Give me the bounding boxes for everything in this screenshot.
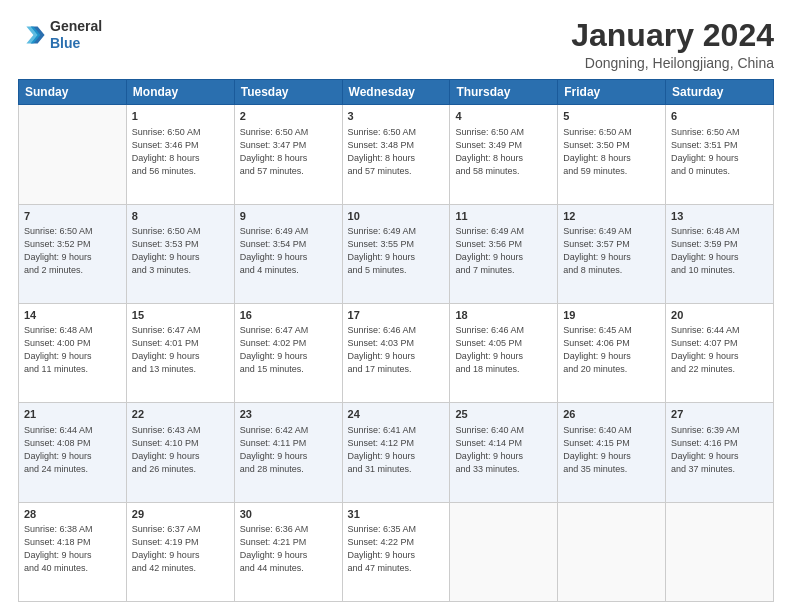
calendar-cell: 2Sunrise: 6:50 AM Sunset: 3:47 PM Daylig… — [234, 105, 342, 204]
day-number: 9 — [240, 209, 337, 224]
day-number: 13 — [671, 209, 768, 224]
location: Dongning, Heilongjiang, China — [571, 55, 774, 71]
day-number: 18 — [455, 308, 552, 323]
calendar-cell: 27Sunrise: 6:39 AM Sunset: 4:16 PM Dayli… — [666, 403, 774, 502]
day-info: Sunrise: 6:50 AM Sunset: 3:53 PM Dayligh… — [132, 225, 229, 277]
day-info: Sunrise: 6:47 AM Sunset: 4:02 PM Dayligh… — [240, 324, 337, 376]
logo-text: General Blue — [50, 18, 102, 52]
day-info: Sunrise: 6:40 AM Sunset: 4:15 PM Dayligh… — [563, 424, 660, 476]
calendar-table: SundayMondayTuesdayWednesdayThursdayFrid… — [18, 79, 774, 602]
day-info: Sunrise: 6:50 AM Sunset: 3:46 PM Dayligh… — [132, 126, 229, 178]
day-number: 3 — [348, 109, 445, 124]
calendar-cell: 13Sunrise: 6:48 AM Sunset: 3:59 PM Dayli… — [666, 204, 774, 303]
day-number: 8 — [132, 209, 229, 224]
day-info: Sunrise: 6:44 AM Sunset: 4:07 PM Dayligh… — [671, 324, 768, 376]
day-info: Sunrise: 6:37 AM Sunset: 4:19 PM Dayligh… — [132, 523, 229, 575]
day-info: Sunrise: 6:50 AM Sunset: 3:49 PM Dayligh… — [455, 126, 552, 178]
week-row-2: 7Sunrise: 6:50 AM Sunset: 3:52 PM Daylig… — [19, 204, 774, 303]
day-number: 30 — [240, 507, 337, 522]
day-info: Sunrise: 6:48 AM Sunset: 3:59 PM Dayligh… — [671, 225, 768, 277]
day-info: Sunrise: 6:50 AM Sunset: 3:52 PM Dayligh… — [24, 225, 121, 277]
calendar-cell — [19, 105, 127, 204]
logo-icon — [18, 21, 46, 49]
day-number: 24 — [348, 407, 445, 422]
calendar-cell: 6Sunrise: 6:50 AM Sunset: 3:51 PM Daylig… — [666, 105, 774, 204]
calendar-cell: 24Sunrise: 6:41 AM Sunset: 4:12 PM Dayli… — [342, 403, 450, 502]
week-row-5: 28Sunrise: 6:38 AM Sunset: 4:18 PM Dayli… — [19, 502, 774, 601]
day-number: 5 — [563, 109, 660, 124]
day-number: 6 — [671, 109, 768, 124]
weekday-header-tuesday: Tuesday — [234, 80, 342, 105]
day-number: 23 — [240, 407, 337, 422]
calendar-cell: 14Sunrise: 6:48 AM Sunset: 4:00 PM Dayli… — [19, 303, 127, 402]
day-info: Sunrise: 6:49 AM Sunset: 3:56 PM Dayligh… — [455, 225, 552, 277]
calendar-body: 1Sunrise: 6:50 AM Sunset: 3:46 PM Daylig… — [19, 105, 774, 602]
day-number: 12 — [563, 209, 660, 224]
day-number: 21 — [24, 407, 121, 422]
calendar-cell — [450, 502, 558, 601]
day-info: Sunrise: 6:46 AM Sunset: 4:05 PM Dayligh… — [455, 324, 552, 376]
calendar-cell: 15Sunrise: 6:47 AM Sunset: 4:01 PM Dayli… — [126, 303, 234, 402]
day-info: Sunrise: 6:38 AM Sunset: 4:18 PM Dayligh… — [24, 523, 121, 575]
day-info: Sunrise: 6:50 AM Sunset: 3:51 PM Dayligh… — [671, 126, 768, 178]
calendar-header: SundayMondayTuesdayWednesdayThursdayFrid… — [19, 80, 774, 105]
calendar-cell: 16Sunrise: 6:47 AM Sunset: 4:02 PM Dayli… — [234, 303, 342, 402]
title-block: January 2024 Dongning, Heilongjiang, Chi… — [571, 18, 774, 71]
day-info: Sunrise: 6:50 AM Sunset: 3:48 PM Dayligh… — [348, 126, 445, 178]
day-number: 1 — [132, 109, 229, 124]
day-number: 28 — [24, 507, 121, 522]
day-info: Sunrise: 6:42 AM Sunset: 4:11 PM Dayligh… — [240, 424, 337, 476]
calendar-cell: 23Sunrise: 6:42 AM Sunset: 4:11 PM Dayli… — [234, 403, 342, 502]
calendar-cell: 8Sunrise: 6:50 AM Sunset: 3:53 PM Daylig… — [126, 204, 234, 303]
calendar-cell: 12Sunrise: 6:49 AM Sunset: 3:57 PM Dayli… — [558, 204, 666, 303]
page: General Blue January 2024 Dongning, Heil… — [0, 0, 792, 612]
calendar-cell: 9Sunrise: 6:49 AM Sunset: 3:54 PM Daylig… — [234, 204, 342, 303]
day-number: 22 — [132, 407, 229, 422]
day-number: 26 — [563, 407, 660, 422]
calendar-cell: 25Sunrise: 6:40 AM Sunset: 4:14 PM Dayli… — [450, 403, 558, 502]
day-info: Sunrise: 6:46 AM Sunset: 4:03 PM Dayligh… — [348, 324, 445, 376]
day-info: Sunrise: 6:44 AM Sunset: 4:08 PM Dayligh… — [24, 424, 121, 476]
calendar-cell: 30Sunrise: 6:36 AM Sunset: 4:21 PM Dayli… — [234, 502, 342, 601]
day-info: Sunrise: 6:50 AM Sunset: 3:50 PM Dayligh… — [563, 126, 660, 178]
day-info: Sunrise: 6:50 AM Sunset: 3:47 PM Dayligh… — [240, 126, 337, 178]
day-number: 19 — [563, 308, 660, 323]
header: General Blue January 2024 Dongning, Heil… — [18, 18, 774, 71]
calendar-cell: 11Sunrise: 6:49 AM Sunset: 3:56 PM Dayli… — [450, 204, 558, 303]
day-info: Sunrise: 6:45 AM Sunset: 4:06 PM Dayligh… — [563, 324, 660, 376]
day-number: 20 — [671, 308, 768, 323]
month-title: January 2024 — [571, 18, 774, 53]
calendar-cell: 1Sunrise: 6:50 AM Sunset: 3:46 PM Daylig… — [126, 105, 234, 204]
calendar-cell: 20Sunrise: 6:44 AM Sunset: 4:07 PM Dayli… — [666, 303, 774, 402]
calendar-cell: 28Sunrise: 6:38 AM Sunset: 4:18 PM Dayli… — [19, 502, 127, 601]
calendar-cell: 4Sunrise: 6:50 AM Sunset: 3:49 PM Daylig… — [450, 105, 558, 204]
logo-blue: Blue — [50, 35, 102, 52]
calendar-cell: 21Sunrise: 6:44 AM Sunset: 4:08 PM Dayli… — [19, 403, 127, 502]
calendar-cell: 18Sunrise: 6:46 AM Sunset: 4:05 PM Dayli… — [450, 303, 558, 402]
calendar-cell: 17Sunrise: 6:46 AM Sunset: 4:03 PM Dayli… — [342, 303, 450, 402]
day-info: Sunrise: 6:36 AM Sunset: 4:21 PM Dayligh… — [240, 523, 337, 575]
weekday-header-saturday: Saturday — [666, 80, 774, 105]
logo: General Blue — [18, 18, 102, 52]
weekday-header-monday: Monday — [126, 80, 234, 105]
weekday-row: SundayMondayTuesdayWednesdayThursdayFrid… — [19, 80, 774, 105]
day-number: 17 — [348, 308, 445, 323]
calendar-cell: 26Sunrise: 6:40 AM Sunset: 4:15 PM Dayli… — [558, 403, 666, 502]
day-number: 2 — [240, 109, 337, 124]
day-number: 10 — [348, 209, 445, 224]
calendar-cell — [666, 502, 774, 601]
calendar-cell: 3Sunrise: 6:50 AM Sunset: 3:48 PM Daylig… — [342, 105, 450, 204]
day-number: 7 — [24, 209, 121, 224]
calendar-cell: 31Sunrise: 6:35 AM Sunset: 4:22 PM Dayli… — [342, 502, 450, 601]
day-number: 14 — [24, 308, 121, 323]
week-row-3: 14Sunrise: 6:48 AM Sunset: 4:00 PM Dayli… — [19, 303, 774, 402]
day-number: 29 — [132, 507, 229, 522]
weekday-header-thursday: Thursday — [450, 80, 558, 105]
day-info: Sunrise: 6:35 AM Sunset: 4:22 PM Dayligh… — [348, 523, 445, 575]
day-number: 15 — [132, 308, 229, 323]
day-info: Sunrise: 6:41 AM Sunset: 4:12 PM Dayligh… — [348, 424, 445, 476]
weekday-header-sunday: Sunday — [19, 80, 127, 105]
calendar-cell: 29Sunrise: 6:37 AM Sunset: 4:19 PM Dayli… — [126, 502, 234, 601]
calendar-cell: 19Sunrise: 6:45 AM Sunset: 4:06 PM Dayli… — [558, 303, 666, 402]
day-info: Sunrise: 6:49 AM Sunset: 3:57 PM Dayligh… — [563, 225, 660, 277]
